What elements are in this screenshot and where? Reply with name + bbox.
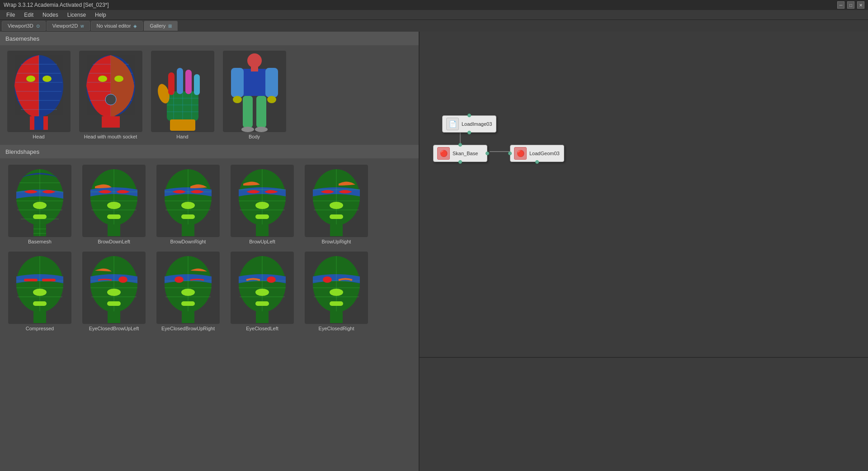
- blend-eye-closed-right-thumb: [305, 252, 368, 324]
- svg-rect-98: [42, 279, 56, 281]
- blend-basemesh-label: Basemesh: [28, 239, 52, 244]
- menu-nodes[interactable]: Nodes: [38, 11, 63, 19]
- blend-brow-up-left[interactable]: BrowUpLeft: [226, 162, 298, 247]
- basemeshes-header: Basemeshes: [0, 32, 419, 45]
- blend-eye-closed-left[interactable]: EyeClosedLeft: [226, 249, 298, 334]
- tab-viewport2d-label: Viewport2D: [52, 23, 78, 29]
- node-editor-top[interactable]: 📄 LoadImage03 🔴 Skan_Base 🔴 LoadGeom03: [420, 32, 868, 358]
- blend-brow-down-left[interactable]: BrowDownLeft: [78, 162, 150, 247]
- svg-rect-66: [107, 214, 121, 219]
- tab-gallery-label: Gallery: [150, 23, 165, 29]
- loadimage03-icon: 📄: [446, 118, 459, 130]
- gallery-item-hand[interactable]: Hand: [147, 49, 217, 141]
- skanbase-connector-bottom[interactable]: [458, 160, 462, 164]
- tab-viewport3d[interactable]: Viewport3D ⊙: [2, 21, 46, 31]
- blend-compressed[interactable]: Compressed: [4, 249, 76, 334]
- blend-eye-closed-right-label: EyeClosedRight: [319, 326, 354, 331]
- svg-rect-42: [243, 96, 253, 128]
- blend-brow-up-right-thumb: [305, 165, 368, 237]
- gallery-item-body[interactable]: Body: [219, 49, 289, 141]
- svg-point-22: [105, 94, 116, 105]
- blend-eye-closed-brow-up-left[interactable]: EyeClosedBrowUpLeft: [78, 249, 150, 334]
- blend-eye-closed-right[interactable]: EyeClosedRight: [300, 249, 373, 334]
- svg-rect-43: [256, 96, 266, 128]
- skanbase-connector-top[interactable]: [458, 143, 462, 147]
- loadgeom03-connector-left[interactable]: [508, 152, 512, 155]
- tab-gallery-icon: ⊞: [168, 24, 172, 29]
- blend-eye-closed-left-thumb: [231, 252, 294, 324]
- svg-rect-55: [33, 214, 47, 219]
- head-label: Head: [33, 134, 44, 139]
- svg-point-37: [247, 53, 262, 68]
- blend-basemesh[interactable]: Basemesh: [4, 162, 76, 247]
- svg-rect-127: [255, 301, 269, 306]
- loadimage03-connector-bottom[interactable]: [467, 131, 471, 134]
- svg-rect-97: [24, 279, 38, 281]
- blend-eye-closed-brow-up-right-label: EyeClosedBrowUpRight: [161, 326, 215, 331]
- tab-novisual[interactable]: No visual editor ◈: [91, 21, 143, 31]
- svg-rect-36: [170, 119, 195, 131]
- svg-point-20: [98, 76, 107, 82]
- minimize-button[interactable]: ─: [837, 1, 844, 9]
- blend-basemesh-thumb: [8, 165, 71, 237]
- svg-point-107: [118, 276, 127, 283]
- svg-point-125: [267, 276, 276, 283]
- blend-brow-up-left-label: BrowUpLeft: [249, 239, 275, 244]
- blend-brow-down-right[interactable]: BrowDownRight: [152, 162, 224, 247]
- tab-novisual-label: No visual editor: [97, 23, 131, 29]
- gallery-scroll[interactable]: Basemeshes: [0, 32, 419, 471]
- gallery-item-head-mouth[interactable]: Head with mouth socket: [75, 49, 146, 141]
- menu-help[interactable]: Help: [90, 11, 111, 19]
- blend-brow-down-left-thumb: [82, 165, 146, 237]
- svg-rect-74: [181, 214, 195, 219]
- blend-eye-closed-brow-up-right-thumb: [156, 252, 220, 324]
- tabbar: Viewport3D ⊙ Viewport2D w No visual edit…: [0, 20, 868, 32]
- menu-license[interactable]: License: [63, 11, 90, 19]
- node-loadimage03[interactable]: 📄 LoadImage03: [442, 115, 496, 133]
- head-mouth-thumb: [79, 51, 142, 132]
- tab-viewport2d[interactable]: Viewport2D w: [47, 21, 90, 31]
- menu-file[interactable]: File: [2, 11, 19, 19]
- loadgeom03-connector-bottom[interactable]: [535, 160, 539, 164]
- svg-point-135: [330, 289, 343, 296]
- skanbase-icon: 🔴: [437, 147, 450, 160]
- svg-point-65: [107, 202, 121, 209]
- skanbase-label: Skan_Base: [453, 151, 478, 156]
- svg-rect-29: [194, 74, 200, 95]
- menu-edit[interactable]: Edit: [19, 11, 38, 19]
- blend-brow-up-right-label: BrowUpRight: [322, 239, 351, 244]
- node-loadgeom03[interactable]: 🔴 LoadGeom03: [510, 145, 564, 162]
- svg-point-134: [323, 276, 332, 283]
- blend-compressed-label: Compressed: [26, 326, 54, 331]
- loadimage03-label: LoadImage03: [462, 121, 492, 127]
- svg-rect-67: [108, 224, 120, 236]
- blend-eye-closed-left-label: EyeClosedLeft: [246, 326, 278, 331]
- svg-point-117: [181, 289, 195, 296]
- blend-eye-closed-brow-up-left-thumb: [82, 252, 146, 324]
- svg-rect-128: [256, 311, 269, 323]
- blend-brow-up-left-thumb: [231, 165, 294, 237]
- left-panel: Basemeshes: [0, 32, 420, 471]
- node-skan-base[interactable]: 🔴 Skan_Base: [433, 145, 487, 162]
- loadimage03-connector-top[interactable]: [467, 114, 471, 117]
- maximize-button[interactable]: □: [847, 1, 854, 9]
- skanbase-connector-right[interactable]: [486, 152, 489, 155]
- gallery-item-head[interactable]: Head: [4, 49, 74, 141]
- close-button[interactable]: ✕: [857, 1, 864, 9]
- svg-rect-110: [108, 311, 120, 323]
- svg-point-21: [114, 76, 123, 82]
- tab-gallery[interactable]: Gallery ⊞: [144, 21, 178, 31]
- svg-point-116: [175, 276, 184, 283]
- menubar: File Edit Nodes License Help: [0, 10, 868, 20]
- svg-rect-137: [330, 311, 343, 323]
- blend-brow-up-right[interactable]: BrowUpRight: [300, 162, 373, 247]
- blend-eye-closed-brow-up-right[interactable]: EyeClosedBrowUpRight: [152, 249, 224, 334]
- blend-brow-down-left-label: BrowDownLeft: [98, 239, 130, 244]
- svg-point-45: [255, 127, 268, 132]
- titlebar-controls: ─ □ ✕: [837, 1, 864, 9]
- connection-lines: [420, 32, 868, 357]
- svg-point-54: [33, 202, 47, 209]
- svg-rect-46: [251, 67, 258, 71]
- basemeshes-grid: Head: [0, 45, 419, 145]
- svg-point-41: [267, 96, 276, 103]
